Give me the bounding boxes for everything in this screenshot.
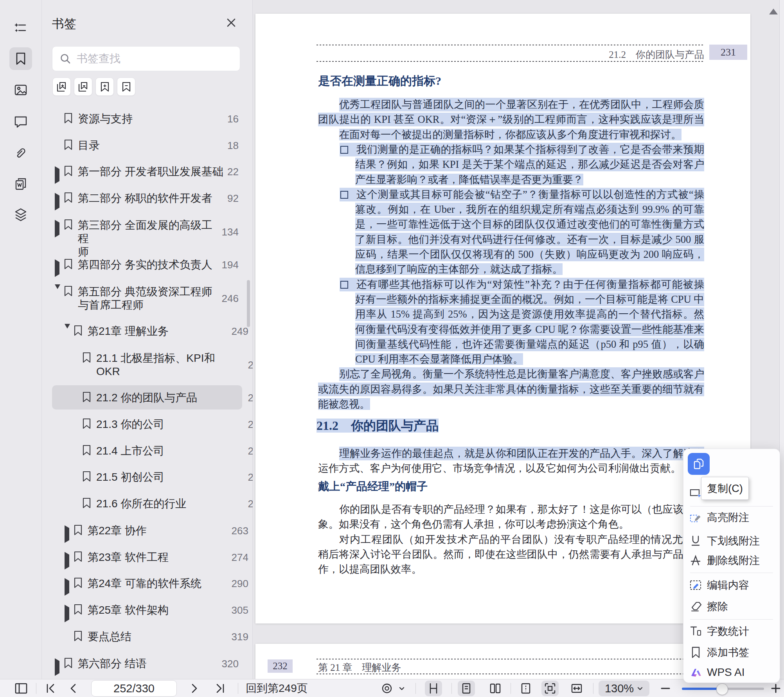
bookmark-item[interactable]: 第一部分 开发者职业发展基础 22: [42, 161, 265, 181]
bookmark-flag-icon: [82, 498, 92, 508]
view-mode-chevron-icon[interactable]: [398, 685, 405, 692]
menu-item-erase[interactable]: 擦除: [689, 598, 777, 615]
two-page-view-button[interactable]: [487, 681, 504, 696]
fit-height-button[interactable]: [517, 681, 534, 696]
toggle-sidebar-button[interactable]: [14, 682, 28, 695]
panel-scrollbar[interactable]: [247, 280, 250, 327]
zoom-slider[interactable]: [682, 688, 764, 690]
doc-text-line: CPU 利用率不会显著降低用户体验。: [355, 352, 704, 366]
zoom-slider-handle[interactable]: [716, 683, 728, 695]
image-icon[interactable]: [9, 79, 32, 101]
chevron-right-icon[interactable]: [65, 528, 72, 541]
bookmark-item[interactable]: 第三部分 全面发展的高级工程师 134: [42, 217, 265, 246]
doc-text-line: 团队提出的 KPI 甚至 OKR。对“资深＋”级别的工程师而言，这种实践应该是理…: [318, 113, 704, 126]
bookmark-flag-icon: [82, 471, 92, 482]
fit-width-button[interactable]: [568, 681, 585, 696]
chevron-right-icon[interactable]: [55, 661, 63, 674]
bookmark-item[interactable]: 第五部分 典范级资深工程师与首席工程师 246: [42, 284, 265, 312]
bookmark-flag-icon: [63, 113, 73, 124]
last-page-button[interactable]: [214, 682, 227, 695]
attachment-icon[interactable]: [9, 142, 32, 165]
menu-item-wps-ai[interactable]: WPS AI: [689, 664, 777, 681]
bookmark-item[interactable]: 第二部分 称职的软件开发者 92: [42, 188, 265, 208]
page-number-badge: 232: [268, 659, 293, 673]
menu-item-edit-content[interactable]: 编辑内容: [689, 577, 777, 594]
doc-text-line: 是，一些可靠性远低于这个目标的团队仅仅通过改变他们的可靠性衡量方式就达到: [355, 217, 704, 231]
doc-bullet-line: 这个测量或其目标可能会被“钻空子”？衡量指标可以以创造性的方式被“操纵”或: [340, 188, 704, 201]
menu-item-strikethrough-annotation[interactable]: 删除线附注: [689, 552, 777, 569]
chevron-down-icon[interactable]: [55, 289, 63, 302]
bullet-marker: [340, 146, 348, 154]
view-mode-button[interactable]: [380, 682, 394, 695]
bookmark-item[interactable]: 第四部分 务实的技术负责人 194: [42, 254, 265, 275]
chevron-right-icon[interactable]: [55, 262, 63, 275]
copy-button[interactable]: [688, 453, 710, 475]
header-rule: [316, 659, 704, 659]
menu-divider: [690, 573, 773, 573]
scroll-up-arrow[interactable]: [769, 9, 778, 14]
chevron-right-icon[interactable]: [65, 581, 72, 593]
bookmark-flag-icon: [82, 392, 92, 402]
bookmark-item[interactable]: 第25章 软件架构 305: [42, 600, 275, 620]
ai-outline-icon[interactable]: [9, 16, 32, 39]
close-panel-button[interactable]: [223, 14, 240, 31]
chevron-right-icon[interactable]: [55, 196, 63, 208]
bookmark-item[interactable]: 第六部分 结语 320: [42, 653, 265, 674]
collapse-all-bookmarks-button[interactable]: [74, 77, 92, 96]
doc-bullet-line: 还有哪些其他指标可以作为“对策性”补充？由于任何衡量指标都可能被操纵，最: [340, 278, 704, 291]
bookmark-icon[interactable]: [9, 47, 32, 70]
first-page-button[interactable]: [44, 682, 57, 695]
previous-page-button[interactable]: [67, 682, 79, 695]
bookmark-item[interactable]: 要点总结 319: [42, 626, 275, 647]
menu-item-highlight-annotation[interactable]: 高亮附注: [689, 509, 777, 526]
menu-item-word-count[interactable]: 字数统计: [689, 623, 777, 640]
bookmark-item[interactable]: 第21章 理解业务 249: [42, 321, 275, 341]
page-indicator-input[interactable]: 252/330: [91, 680, 177, 697]
doc-text-line: 产生显著影响？或者，降低错误率是否更为重要？: [355, 173, 704, 187]
comment-icon[interactable]: [9, 110, 32, 133]
bookmark-item[interactable]: 资源与支持 16: [42, 108, 265, 129]
layers-icon[interactable]: [9, 203, 32, 226]
zoom-in-button[interactable]: [770, 683, 782, 694]
bookmark-flag-icon: [73, 604, 83, 615]
search-icon: [59, 53, 71, 65]
bookmark-item[interactable]: 目录 18: [42, 135, 265, 155]
single-page-view-button[interactable]: [458, 681, 475, 696]
toolbar-divider: [36, 683, 36, 694]
menu-item-underline-annotation[interactable]: 下划线附注: [689, 532, 777, 550]
bookmark-item[interactable]: 第24章 可靠的软件系统 290: [42, 573, 275, 593]
header-rule: [316, 61, 704, 62]
back-to-page-button[interactable]: 回到第249页: [246, 679, 308, 697]
bookmark-flag-icon: [63, 139, 73, 150]
expand-all-bookmarks-button[interactable]: [52, 77, 71, 96]
next-page-button[interactable]: [189, 682, 200, 695]
menu-divider: [690, 619, 773, 620]
zoom-level-dropdown[interactable]: 130%: [599, 681, 649, 696]
chevron-right-icon[interactable]: [65, 555, 72, 567]
doc-subheading: 戴上“产品经理”的帽子: [318, 479, 428, 494]
doc-text-line: 结果？例如，如果 KPI 是关于某个端点的延迟，那么减少延迟是否会对客户和业务: [355, 158, 704, 171]
menu-item-add-bookmark[interactable]: 添加书签: [689, 644, 777, 661]
bookmark-search-input[interactable]: [76, 52, 240, 65]
fit-page-button[interactable]: [541, 681, 559, 696]
page-copy-icon[interactable]: [9, 172, 32, 195]
add-bookmark-button[interactable]: [95, 77, 114, 96]
doc-text-line: 在面对每一个被提出的测量指标时，你都应该从多个角度进行审视和探讨。: [339, 128, 704, 142]
chevron-down-icon[interactable]: [65, 329, 72, 341]
bookmark-item[interactable]: 第23章 软件工程 274: [42, 547, 275, 567]
zoom-out-button[interactable]: [660, 683, 671, 694]
bookmark-flag-icon: [73, 631, 83, 641]
chevron-right-icon[interactable]: [55, 169, 63, 181]
remove-bookmark-button[interactable]: [117, 77, 135, 96]
continuous-scroll-button[interactable]: [425, 681, 442, 696]
doc-text-line: 信息移到了响应的主体部分，就达成了指标。: [355, 262, 704, 276]
header-rule: [316, 674, 704, 674]
menu-divider: [690, 506, 773, 507]
running-header: 21.2 你的团队与产品: [316, 48, 704, 61]
chevron-right-icon[interactable]: [55, 223, 63, 235]
bookmark-item[interactable]: 第22章 协作 263: [42, 520, 275, 541]
chevron-right-icon[interactable]: [65, 607, 72, 620]
pdf-page-232: 232 第 21 章 理解业务: [255, 644, 750, 679]
doc-text-line: 稍后将深入讨论平台团队。然而，即使在这些团队中，仍然需要有人承担与产品相关: [318, 548, 704, 561]
left-icon-rail: [0, 0, 42, 679]
